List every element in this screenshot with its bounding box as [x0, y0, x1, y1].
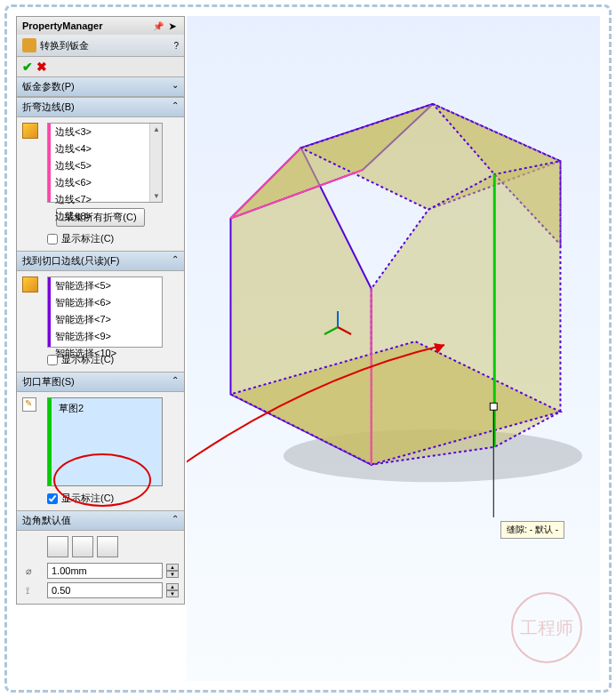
section-bend-edges[interactable]: 折弯边线(B) ⌃ — [17, 97, 184, 117]
list-item[interactable]: 边线<3> — [48, 124, 162, 140]
3d-model[interactable] — [187, 16, 600, 681]
show-callout-checkbox-sketch[interactable] — [47, 493, 58, 504]
collapse-icon: ⌃ — [172, 254, 179, 268]
help-icon[interactable]: ? — [173, 41, 179, 51]
pm-title: PropertyManager — [22, 20, 102, 31]
list-item[interactable]: 边线<6> — [48, 174, 162, 191]
list-item[interactable]: 边线<7> — [48, 191, 162, 208]
collapse-icon: ⌃ — [172, 514, 179, 527]
list-item[interactable]: 边线<5> — [48, 157, 162, 174]
scrollbar[interactable] — [149, 124, 162, 202]
spinner-up[interactable]: ▲ — [166, 564, 179, 571]
section-corner-defaults[interactable]: 边角默认值 ⌃ — [17, 510, 184, 531]
spinner-up[interactable]: ▲ — [166, 583, 179, 590]
radius-input[interactable] — [47, 563, 163, 579]
corner-type-1-icon[interactable] — [47, 536, 68, 557]
spinner-down[interactable]: ▼ — [166, 590, 179, 597]
cube-icon — [22, 276, 38, 292]
ok-button[interactable]: ✔ — [22, 60, 33, 74]
list-item: 智能选择<6> — [48, 294, 162, 311]
found-edges-list: 智能选择<5> 智能选择<6> 智能选择<7> 智能选择<9> 智能选择<10> — [47, 276, 163, 348]
corner-type-2-icon[interactable] — [72, 536, 93, 557]
section-found-edges[interactable]: 找到切口边线(只读)(F) ⌃ — [17, 251, 184, 271]
list-item[interactable]: 边线<4> — [48, 140, 162, 157]
section-rip-sketch[interactable]: 切口草图(S) ⌃ — [17, 372, 184, 392]
ratio-icon: ⟟ — [26, 585, 44, 597]
list-item: 智能选择<5> — [48, 277, 162, 294]
3d-viewport[interactable]: 缝隙: - 默认 - 工程师 — [187, 16, 600, 681]
origin-triad — [320, 309, 356, 345]
ratio-input[interactable] — [47, 582, 163, 598]
property-manager-panel: PropertyManager 📌 ➤ 转换到钣金 ? ✔ ✖ 钣金参数(P) … — [16, 16, 185, 605]
radius-icon: ⌀ — [26, 565, 44, 577]
pm-header: PropertyManager 📌 ➤ — [17, 17, 184, 35]
spinner-down[interactable]: ▼ — [166, 571, 179, 578]
collapse-icon: ⌃ — [172, 100, 179, 114]
selection-handle[interactable] — [490, 403, 497, 410]
sketch-item[interactable]: 草图2 — [48, 398, 162, 419]
list-item: 智能选择<10> — [48, 345, 162, 362]
corner-type-3-icon[interactable] — [97, 536, 118, 557]
watermark: 工程师 — [511, 592, 582, 663]
list-item: 智能选择<7> — [48, 311, 162, 328]
cancel-button[interactable]: ✖ — [36, 60, 47, 74]
bend-edges-list[interactable]: 边线<3> 边线<4> 边线<5> 边线<6> 边线<7> 边线<8> — [47, 123, 163, 203]
gap-tooltip: 缝隙: - 默认 - — [500, 521, 564, 539]
svg-line-7 — [324, 327, 338, 334]
pin-icon[interactable]: 📌 — [152, 20, 164, 32]
svg-line-6 — [338, 327, 351, 334]
arrow-icon[interactable]: ➤ — [166, 20, 179, 32]
sheetmetal-icon — [22, 38, 36, 52]
expand-icon: ⌄ — [172, 80, 179, 93]
collapse-icon: ⌃ — [172, 375, 179, 389]
list-item[interactable]: 边线<8> — [48, 208, 162, 225]
section-sheetmetal-params[interactable]: 钣金参数(P) ⌄ — [17, 76, 184, 97]
feature-name: 转换到钣金 — [40, 39, 89, 52]
feature-title-bar: 转换到钣金 ? — [17, 35, 184, 57]
rip-sketch-list[interactable]: 草图2 — [47, 397, 163, 486]
show-callout-checkbox-bend[interactable] — [47, 234, 58, 244]
cube-icon — [22, 123, 38, 139]
sketch-icon — [22, 397, 36, 412]
list-item: 智能选择<9> — [48, 328, 162, 345]
